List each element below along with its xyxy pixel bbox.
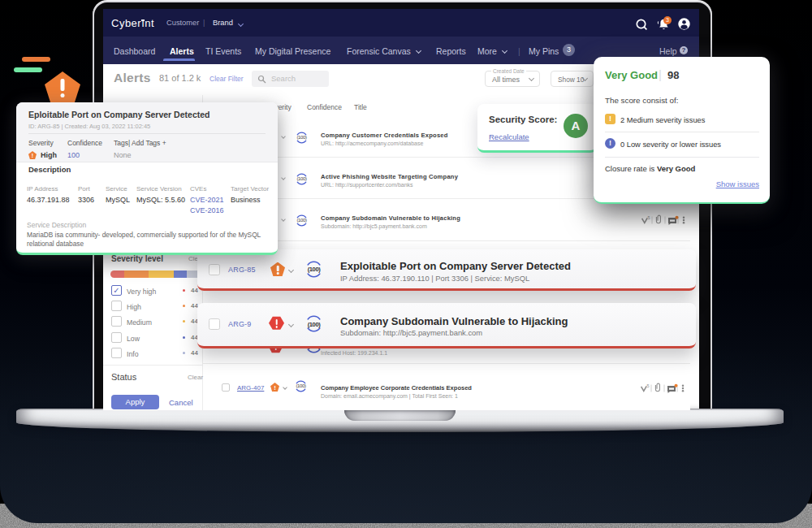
svg-text:5: 5 — [647, 383, 650, 388]
svg-text:5: 5 — [648, 215, 650, 220]
